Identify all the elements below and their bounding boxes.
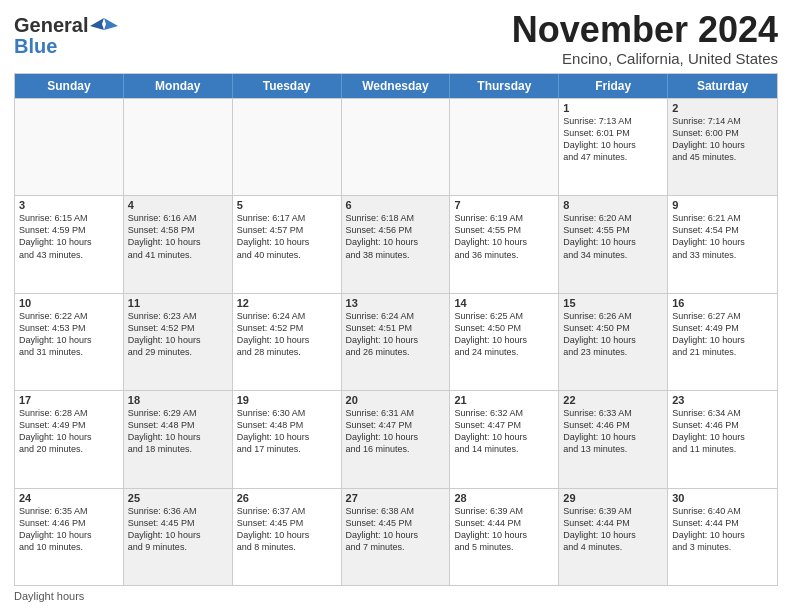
day-number: 23: [672, 394, 773, 406]
day-number: 2: [672, 102, 773, 114]
day-info: Sunrise: 6:28 AM Sunset: 4:49 PM Dayligh…: [19, 407, 119, 456]
day-number: 15: [563, 297, 663, 309]
weekday-friday: Friday: [559, 74, 668, 98]
weekday-sunday: Sunday: [15, 74, 124, 98]
day-number: 26: [237, 492, 337, 504]
day-info: Sunrise: 6:34 AM Sunset: 4:46 PM Dayligh…: [672, 407, 773, 456]
page: General Blue November 2024 Encino, Calif…: [0, 0, 792, 612]
calendar-cell: [15, 99, 124, 195]
day-number: 4: [128, 199, 228, 211]
day-info: Sunrise: 6:35 AM Sunset: 4:46 PM Dayligh…: [19, 505, 119, 554]
day-number: 1: [563, 102, 663, 114]
day-info: Sunrise: 6:15 AM Sunset: 4:59 PM Dayligh…: [19, 212, 119, 261]
day-info: Sunrise: 6:29 AM Sunset: 4:48 PM Dayligh…: [128, 407, 228, 456]
day-info: Sunrise: 6:18 AM Sunset: 4:56 PM Dayligh…: [346, 212, 446, 261]
day-info: Sunrise: 6:37 AM Sunset: 4:45 PM Dayligh…: [237, 505, 337, 554]
logo-bird-icon: [90, 16, 118, 36]
day-info: Sunrise: 6:25 AM Sunset: 4:50 PM Dayligh…: [454, 310, 554, 359]
legend: Daylight hours: [14, 590, 778, 602]
day-info: Sunrise: 6:33 AM Sunset: 4:46 PM Dayligh…: [563, 407, 663, 456]
calendar-cell: 17Sunrise: 6:28 AM Sunset: 4:49 PM Dayli…: [15, 391, 124, 487]
logo-general: General: [14, 14, 88, 37]
calendar-cell: 3Sunrise: 6:15 AM Sunset: 4:59 PM Daylig…: [15, 196, 124, 292]
calendar-row-2: 10Sunrise: 6:22 AM Sunset: 4:53 PM Dayli…: [15, 293, 777, 390]
calendar-cell: 22Sunrise: 6:33 AM Sunset: 4:46 PM Dayli…: [559, 391, 668, 487]
calendar-cell: 11Sunrise: 6:23 AM Sunset: 4:52 PM Dayli…: [124, 294, 233, 390]
calendar-cell: 2Sunrise: 7:14 AM Sunset: 6:00 PM Daylig…: [668, 99, 777, 195]
calendar-cell: 4Sunrise: 6:16 AM Sunset: 4:58 PM Daylig…: [124, 196, 233, 292]
day-number: 6: [346, 199, 446, 211]
header: General Blue November 2024 Encino, Calif…: [14, 10, 778, 67]
day-number: 11: [128, 297, 228, 309]
calendar-cell: 9Sunrise: 6:21 AM Sunset: 4:54 PM Daylig…: [668, 196, 777, 292]
calendar-cell: 29Sunrise: 6:39 AM Sunset: 4:44 PM Dayli…: [559, 489, 668, 585]
day-number: 10: [19, 297, 119, 309]
day-info: Sunrise: 6:32 AM Sunset: 4:47 PM Dayligh…: [454, 407, 554, 456]
calendar-cell: 15Sunrise: 6:26 AM Sunset: 4:50 PM Dayli…: [559, 294, 668, 390]
day-number: 28: [454, 492, 554, 504]
calendar-cell: [233, 99, 342, 195]
day-number: 27: [346, 492, 446, 504]
calendar-cell: 14Sunrise: 6:25 AM Sunset: 4:50 PM Dayli…: [450, 294, 559, 390]
calendar-cell: 6Sunrise: 6:18 AM Sunset: 4:56 PM Daylig…: [342, 196, 451, 292]
logo: General Blue: [14, 10, 118, 58]
day-info: Sunrise: 6:39 AM Sunset: 4:44 PM Dayligh…: [563, 505, 663, 554]
day-number: 3: [19, 199, 119, 211]
calendar-cell: 16Sunrise: 6:27 AM Sunset: 4:49 PM Dayli…: [668, 294, 777, 390]
day-info: Sunrise: 6:22 AM Sunset: 4:53 PM Dayligh…: [19, 310, 119, 359]
svg-marker-0: [104, 18, 118, 30]
day-number: 24: [19, 492, 119, 504]
day-info: Sunrise: 6:39 AM Sunset: 4:44 PM Dayligh…: [454, 505, 554, 554]
day-number: 20: [346, 394, 446, 406]
calendar-cell: 8Sunrise: 6:20 AM Sunset: 4:55 PM Daylig…: [559, 196, 668, 292]
day-info: Sunrise: 6:24 AM Sunset: 4:52 PM Dayligh…: [237, 310, 337, 359]
day-number: 16: [672, 297, 773, 309]
calendar-cell: 7Sunrise: 6:19 AM Sunset: 4:55 PM Daylig…: [450, 196, 559, 292]
calendar-cell: 12Sunrise: 6:24 AM Sunset: 4:52 PM Dayli…: [233, 294, 342, 390]
calendar: Sunday Monday Tuesday Wednesday Thursday…: [14, 73, 778, 586]
weekday-saturday: Saturday: [668, 74, 777, 98]
calendar-body: 1Sunrise: 7:13 AM Sunset: 6:01 PM Daylig…: [15, 98, 777, 585]
calendar-cell: 28Sunrise: 6:39 AM Sunset: 4:44 PM Dayli…: [450, 489, 559, 585]
day-number: 12: [237, 297, 337, 309]
calendar-cell: [342, 99, 451, 195]
logo-blue: Blue: [14, 35, 57, 58]
day-info: Sunrise: 7:14 AM Sunset: 6:00 PM Dayligh…: [672, 115, 773, 164]
month-title: November 2024: [512, 10, 778, 50]
day-info: Sunrise: 6:30 AM Sunset: 4:48 PM Dayligh…: [237, 407, 337, 456]
day-info: Sunrise: 6:36 AM Sunset: 4:45 PM Dayligh…: [128, 505, 228, 554]
day-number: 7: [454, 199, 554, 211]
calendar-cell: 25Sunrise: 6:36 AM Sunset: 4:45 PM Dayli…: [124, 489, 233, 585]
day-number: 9: [672, 199, 773, 211]
legend-text: Daylight hours: [14, 590, 84, 602]
day-info: Sunrise: 6:27 AM Sunset: 4:49 PM Dayligh…: [672, 310, 773, 359]
day-number: 13: [346, 297, 446, 309]
calendar-cell: 26Sunrise: 6:37 AM Sunset: 4:45 PM Dayli…: [233, 489, 342, 585]
calendar-cell: 5Sunrise: 6:17 AM Sunset: 4:57 PM Daylig…: [233, 196, 342, 292]
weekday-wednesday: Wednesday: [342, 74, 451, 98]
day-number: 18: [128, 394, 228, 406]
day-number: 17: [19, 394, 119, 406]
day-number: 19: [237, 394, 337, 406]
day-info: Sunrise: 6:38 AM Sunset: 4:45 PM Dayligh…: [346, 505, 446, 554]
calendar-cell: 13Sunrise: 6:24 AM Sunset: 4:51 PM Dayli…: [342, 294, 451, 390]
day-number: 30: [672, 492, 773, 504]
calendar-cell: 23Sunrise: 6:34 AM Sunset: 4:46 PM Dayli…: [668, 391, 777, 487]
calendar-cell: 1Sunrise: 7:13 AM Sunset: 6:01 PM Daylig…: [559, 99, 668, 195]
day-info: Sunrise: 6:21 AM Sunset: 4:54 PM Dayligh…: [672, 212, 773, 261]
day-number: 8: [563, 199, 663, 211]
calendar-cell: 27Sunrise: 6:38 AM Sunset: 4:45 PM Dayli…: [342, 489, 451, 585]
calendar-row-0: 1Sunrise: 7:13 AM Sunset: 6:01 PM Daylig…: [15, 98, 777, 195]
calendar-cell: [450, 99, 559, 195]
day-info: Sunrise: 6:20 AM Sunset: 4:55 PM Dayligh…: [563, 212, 663, 261]
calendar-cell: [124, 99, 233, 195]
day-number: 14: [454, 297, 554, 309]
day-info: Sunrise: 6:19 AM Sunset: 4:55 PM Dayligh…: [454, 212, 554, 261]
calendar-cell: 19Sunrise: 6:30 AM Sunset: 4:48 PM Dayli…: [233, 391, 342, 487]
calendar-row-3: 17Sunrise: 6:28 AM Sunset: 4:49 PM Dayli…: [15, 390, 777, 487]
calendar-row-4: 24Sunrise: 6:35 AM Sunset: 4:46 PM Dayli…: [15, 488, 777, 585]
calendar-cell: 21Sunrise: 6:32 AM Sunset: 4:47 PM Dayli…: [450, 391, 559, 487]
calendar-cell: 10Sunrise: 6:22 AM Sunset: 4:53 PM Dayli…: [15, 294, 124, 390]
logo-text: General: [14, 14, 118, 37]
day-info: Sunrise: 7:13 AM Sunset: 6:01 PM Dayligh…: [563, 115, 663, 164]
